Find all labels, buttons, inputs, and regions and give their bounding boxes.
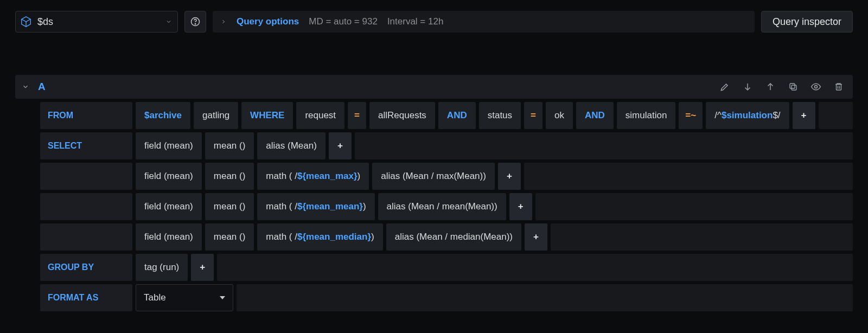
group-by-part-0[interactable]: tag (run) — [136, 254, 188, 281]
svg-rect-7 — [790, 84, 795, 88]
where-cond-1-join[interactable]: AND — [438, 102, 476, 129]
query-ref-id: A — [38, 81, 46, 93]
datasource-name: $ds — [37, 16, 165, 28]
select-0-part-2[interactable]: alias (Mean) — [257, 132, 326, 159]
chevron-down-icon[interactable] — [22, 83, 30, 91]
row-filler — [524, 163, 853, 190]
where-cond-2-value[interactable]: /^$simulation$/ — [706, 102, 789, 129]
duplicate-icon[interactable] — [786, 79, 801, 94]
select-0-add-button[interactable]: + — [329, 132, 352, 159]
where-cond-1-value[interactable]: ok — [546, 102, 573, 129]
row-filler — [217, 254, 853, 281]
where-cond-0-value[interactable]: allRequests — [369, 102, 435, 129]
select-keyword: SELECT — [40, 132, 132, 159]
caret-down-icon — [220, 296, 225, 299]
select-0-part-0[interactable]: field (mean) — [136, 132, 202, 159]
row-filler — [535, 193, 853, 220]
from-row: FROM $archive gatling WHERE request = al… — [40, 102, 853, 129]
select-1-part-1[interactable]: mean () — [205, 163, 254, 190]
move-down-icon[interactable] — [740, 79, 755, 94]
svg-rect-6 — [792, 85, 796, 90]
format-as-value: Table — [144, 292, 166, 303]
where-cond-1-op[interactable]: = — [524, 102, 542, 129]
where-cond-2-op[interactable]: =~ — [679, 102, 703, 129]
group-by-add-button[interactable]: + — [191, 254, 214, 281]
select-row-1: field (mean) mean () math ( / ${mean_max… — [40, 163, 853, 190]
query-options-label: Query options — [237, 16, 299, 27]
query-options-md: MD = auto = 932 — [309, 16, 378, 27]
svg-point-8 — [815, 86, 818, 88]
group-by-row: GROUP BY tag (run) + — [40, 254, 853, 281]
select-3-part-2[interactable]: math ( / ${mean_median}) — [257, 223, 382, 251]
toggle-visibility-icon[interactable] — [808, 79, 824, 94]
edit-icon[interactable] — [717, 79, 732, 94]
select-1-part-2[interactable]: math ( / ${mean_max}) — [257, 163, 369, 190]
format-as-row: FORMAT AS Table — [40, 284, 853, 311]
where-cond-0-op[interactable]: = — [348, 102, 366, 129]
format-as-keyword: FORMAT AS — [40, 284, 132, 311]
select-3-part-3[interactable]: alias (Mean / median(Mean)) — [386, 223, 521, 251]
from-measurement[interactable]: gatling — [194, 102, 238, 129]
select-keyword-empty — [40, 193, 132, 220]
where-cond-2-key[interactable]: simulation — [617, 102, 676, 129]
select-keyword-empty — [40, 223, 132, 251]
datasource-icon — [20, 16, 32, 28]
select-2-add-button[interactable]: + — [509, 193, 532, 220]
where-keyword: WHERE — [241, 102, 293, 129]
delete-icon[interactable] — [831, 79, 846, 94]
select-2-part-3[interactable]: alias (Mean / mean(Mean)) — [378, 193, 506, 220]
from-policy[interactable]: $archive — [136, 102, 190, 129]
select-2-part-2[interactable]: math ( / ${mean_mean}) — [257, 193, 374, 220]
format-as-select[interactable]: Table — [136, 284, 233, 311]
query-header[interactable]: A — [15, 75, 853, 99]
select-row-0: SELECT field (mean) mean () alias (Mean)… — [40, 132, 853, 159]
select-2-part-1[interactable]: mean () — [205, 193, 254, 220]
select-0-part-1[interactable]: mean () — [205, 132, 254, 159]
where-cond-2-join[interactable]: AND — [576, 102, 614, 129]
select-1-add-button[interactable]: + — [498, 163, 521, 190]
query-inspector-button[interactable]: Query inspector — [761, 11, 853, 33]
where-add-button[interactable]: + — [793, 102, 815, 129]
group-by-keyword: GROUP BY — [40, 254, 132, 281]
where-cond-0-key[interactable]: request — [296, 102, 344, 129]
select-2-part-0[interactable]: field (mean) — [136, 193, 202, 220]
select-3-part-0[interactable]: field (mean) — [136, 223, 202, 251]
where-cond-1-key[interactable]: status — [479, 102, 521, 129]
move-up-icon[interactable] — [763, 79, 778, 94]
select-1-part-3[interactable]: alias (Mean / max(Mean)) — [372, 163, 495, 190]
select-row-3: field (mean) mean () math ( / ${mean_med… — [40, 223, 853, 251]
select-keyword-empty — [40, 163, 132, 190]
select-row-2: field (mean) mean () math ( / ${mean_mea… — [40, 193, 853, 220]
select-1-part-0[interactable]: field (mean) — [136, 163, 202, 190]
row-filler — [551, 223, 853, 251]
svg-point-3 — [195, 24, 195, 24]
row-filler — [819, 102, 853, 129]
help-button[interactable] — [184, 11, 206, 33]
from-keyword: FROM — [40, 102, 132, 129]
row-filler — [237, 284, 853, 311]
svg-rect-9 — [837, 85, 841, 91]
datasource-picker[interactable]: $ds — [15, 11, 178, 33]
query-options-interval: Interval = 12h — [387, 16, 444, 27]
query-options-bar[interactable]: Query options MD = auto = 932 Interval =… — [213, 11, 755, 33]
row-filler — [355, 132, 853, 159]
select-3-add-button[interactable]: + — [525, 223, 547, 251]
query-inspector-label: Query inspector — [773, 16, 841, 28]
chevron-right-icon — [220, 18, 227, 25]
chevron-down-icon — [165, 18, 172, 25]
select-3-part-1[interactable]: mean () — [205, 223, 254, 251]
